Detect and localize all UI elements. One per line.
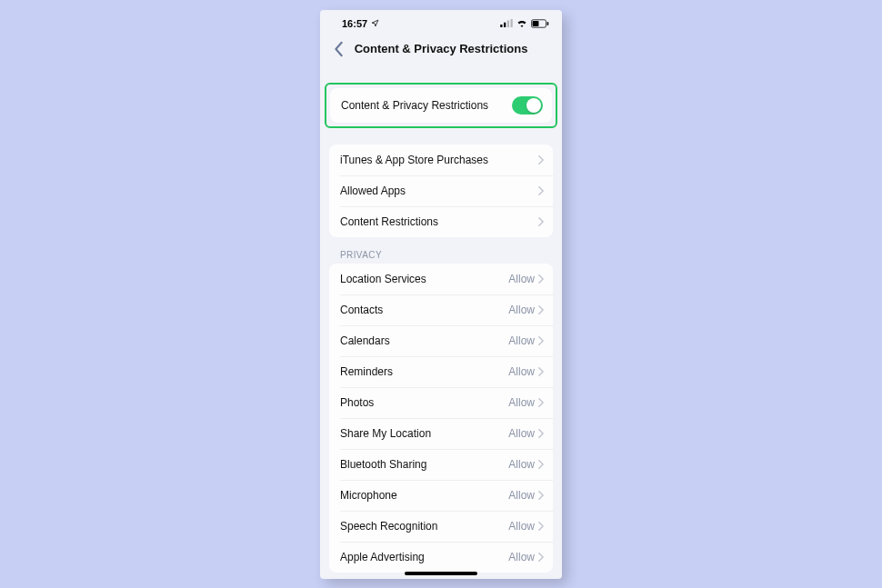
row-value: Allow — [508, 365, 535, 378]
wifi-icon — [516, 19, 527, 27]
status-time: 16:57 — [342, 18, 367, 29]
svg-rect-3 — [511, 19, 513, 27]
master-toggle-label: Content & Privacy Restrictions — [341, 99, 512, 112]
row-label: Bluetooth Sharing — [340, 458, 508, 471]
home-indicator[interactable] — [405, 572, 477, 575]
row-apple-advertising[interactable]: Apple Advertising Allow — [329, 542, 553, 573]
cellular-signal-icon — [500, 19, 513, 27]
row-value: Allow — [508, 427, 535, 440]
row-allowed-apps[interactable]: Allowed Apps — [329, 175, 553, 206]
row-value: Allow — [508, 520, 535, 533]
toggle-switch[interactable] — [512, 96, 543, 115]
row-calendars[interactable]: Calendars Allow — [329, 325, 553, 356]
chevron-right-icon — [538, 217, 544, 226]
svg-rect-5 — [533, 20, 539, 25]
chevron-right-icon — [538, 460, 544, 469]
row-label: Share My Location — [340, 427, 508, 440]
row-label: Microphone — [340, 489, 508, 502]
row-content-restrictions[interactable]: Content Restrictions — [329, 206, 553, 237]
status-bar: 16:57 — [320, 10, 562, 32]
row-label: Content Restrictions — [340, 215, 538, 228]
row-label: Allowed Apps — [340, 184, 538, 197]
row-label: Contacts — [340, 304, 508, 316]
row-itunes-purchases[interactable]: iTunes & App Store Purchases — [329, 145, 553, 175]
chevron-right-icon — [538, 522, 544, 531]
row-value: Allow — [508, 396, 535, 409]
row-speech-recognition[interactable]: Speech Recognition Allow — [329, 511, 553, 542]
settings-group-1: iTunes & App Store Purchases Allowed App… — [329, 145, 553, 237]
nav-title: Content & Privacy Restrictions — [329, 42, 553, 55]
svg-rect-6 — [547, 22, 549, 25]
toggle-knob — [526, 98, 541, 113]
row-reminders[interactable]: Reminders Allow — [329, 356, 553, 387]
chevron-right-icon — [538, 186, 544, 195]
row-photos[interactable]: Photos Allow — [329, 387, 553, 418]
chevron-right-icon — [538, 274, 544, 284]
chevron-right-icon — [538, 367, 544, 376]
row-value: Allow — [508, 458, 535, 471]
row-contacts[interactable]: Contacts Allow — [329, 294, 553, 325]
nav-header: Content & Privacy Restrictions — [320, 32, 562, 66]
row-label: Speech Recognition — [340, 520, 508, 533]
row-share-my-location[interactable]: Share My Location Allow — [329, 418, 553, 449]
privacy-section-header: PRIVACY — [320, 237, 562, 264]
chevron-right-icon — [538, 155, 544, 164]
master-toggle-row[interactable]: Content & Privacy Restrictions — [330, 88, 552, 123]
chevron-right-icon — [538, 305, 544, 314]
location-arrow-icon — [371, 18, 379, 29]
row-label: Photos — [340, 396, 508, 409]
chevron-right-icon — [538, 398, 544, 407]
row-value: Allow — [508, 489, 535, 502]
row-bluetooth-sharing[interactable]: Bluetooth Sharing Allow — [329, 449, 553, 480]
row-value: Allow — [508, 304, 535, 316]
row-location-services[interactable]: Location Services Allow — [329, 264, 553, 294]
svg-rect-0 — [500, 25, 502, 27]
row-label: Location Services — [340, 273, 508, 285]
chevron-right-icon — [538, 429, 544, 438]
svg-rect-2 — [507, 21, 509, 28]
row-value: Allow — [508, 334, 535, 347]
phone-screen: 16:57 Content & Privacy Restrictions — [320, 10, 562, 579]
row-microphone[interactable]: Microphone Allow — [329, 480, 553, 511]
highlight-box: Content & Privacy Restrictions — [325, 83, 557, 128]
svg-rect-1 — [504, 23, 506, 27]
chevron-right-icon — [538, 553, 544, 562]
row-value: Allow — [508, 551, 535, 563]
chevron-right-icon — [538, 336, 544, 345]
row-value: Allow — [508, 273, 535, 285]
row-label: Calendars — [340, 334, 508, 347]
row-label: Reminders — [340, 365, 508, 378]
row-label: Apple Advertising — [340, 551, 508, 563]
chevron-right-icon — [538, 491, 544, 500]
row-label: iTunes & App Store Purchases — [340, 154, 538, 166]
battery-icon — [531, 19, 549, 28]
privacy-group: Location Services Allow Contacts Allow C… — [329, 264, 553, 573]
